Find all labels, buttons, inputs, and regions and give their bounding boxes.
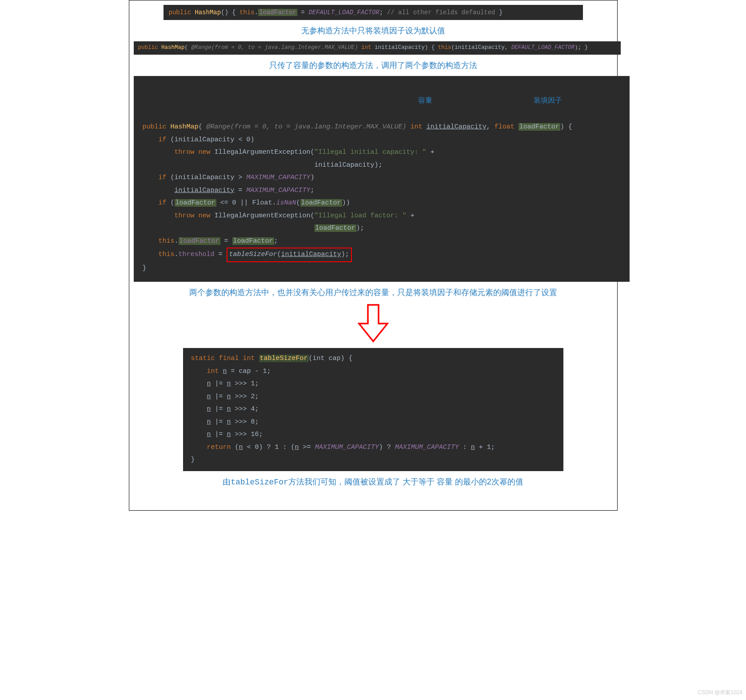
code-block-noarg-ctor: public HashMap() { this.loadFactor = DEF… [164,5,583,20]
annotation-1: 无参构造方法中只将装填因子设为默认值 [134,25,613,36]
code-block-onearg-ctor: public HashMap( @Range(from = 0, to = ja… [134,41,621,54]
red-arrow-down [134,303,613,345]
annotation-3: 两个参数的构造方法中，也并没有关心用户传过来的容量，只是将装填因子和存储元素的阈… [134,287,613,298]
code-block-twoarg-ctor: 容量 装填因子 public HashMap( @Range(from = 0,… [134,76,630,282]
page-frame: public HashMap() { this.loadFactor = DEF… [129,0,618,511]
annotation-2: 只传了容量的参数的构造方法，调用了两个参数的构造方法 [134,60,613,71]
label-capacity: 容量 [418,94,432,107]
arrow-down-icon [355,303,391,343]
method-name: HashMap [195,9,221,16]
annotation-4: 由tableSizeFor方法我们可知，阈值被设置成了 大于等于 容量 的最小的… [134,476,613,487]
red-highlight-tablesizefor: tableSizeFor(initialCapacity); [227,248,352,262]
kw-public: public [169,9,195,16]
code-block-tablesizefor: static final int tableSizeFor(int cap) {… [183,348,563,471]
label-loadfactor: 装填因子 [534,94,562,107]
field-loadfactor: loadFactor [258,9,297,16]
